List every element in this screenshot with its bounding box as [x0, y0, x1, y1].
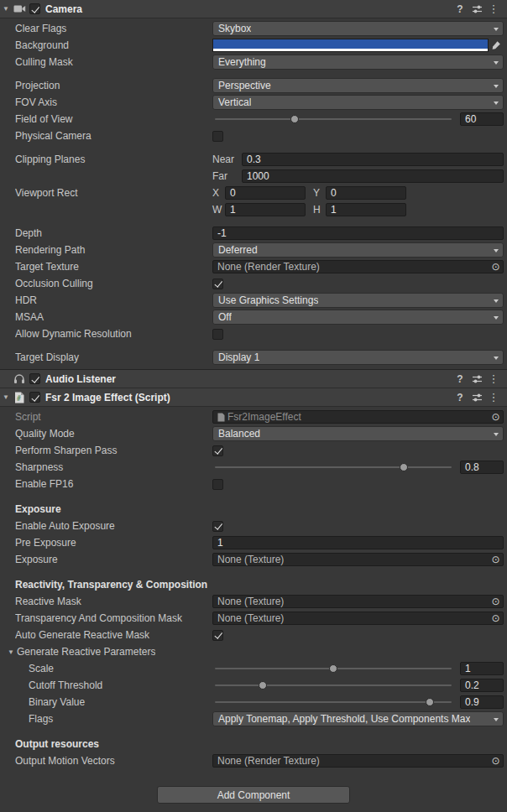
help-icon[interactable]: ? — [452, 1, 468, 18]
audio-listener-title: Audio Listener — [45, 373, 452, 385]
msaa-dropdown[interactable]: Off — [212, 310, 504, 325]
object-picker-icon[interactable]: ⊙ — [489, 261, 502, 273]
culling-mask-label: Culling Mask — [15, 56, 212, 68]
field-of-view-input[interactable]: 60 — [460, 112, 504, 126]
object-picker-icon[interactable]: ⊙ — [489, 596, 502, 607]
physical-camera-checkbox[interactable] — [212, 131, 223, 142]
add-component-button[interactable]: Add Component — [157, 786, 350, 804]
fov-axis-dropdown[interactable]: Vertical — [212, 95, 504, 110]
scale-row: Scale 1 — [0, 660, 507, 677]
background-color-field[interactable] — [212, 39, 489, 52]
object-picker-icon[interactable]: ⊙ — [489, 612, 502, 624]
audio-listener-header[interactable]: Audio Listener ? ⋮ — [0, 370, 507, 388]
slider-track[interactable] — [215, 118, 452, 120]
allow-dynamic-resolution-checkbox[interactable] — [212, 329, 223, 340]
viewport-x-input[interactable]: 0 — [225, 186, 306, 200]
perform-sharpen-pass-label: Perform Sharpen Pass — [15, 445, 212, 456]
allow-dynamic-resolution-label: Allow Dynamic Resolution — [15, 328, 212, 340]
reactive-mask-label: Reactive Mask — [15, 596, 212, 607]
slider-thumb[interactable] — [400, 463, 408, 471]
hdr-label: HDR — [15, 294, 212, 306]
far-input[interactable]: 1000 — [242, 169, 504, 183]
output-motion-vectors-row: Output Motion Vectors None (Render Textu… — [0, 752, 507, 769]
projection-dropdown[interactable]: Perspective — [212, 78, 504, 93]
auto-generate-reactive-mask-row: Auto Generate Reactive Mask — [0, 627, 507, 643]
presets-icon[interactable] — [468, 389, 485, 406]
near-input[interactable]: 0.3 — [242, 153, 504, 166]
help-icon[interactable]: ? — [452, 389, 468, 406]
occlusion-culling-checkbox[interactable] — [212, 278, 223, 289]
generate-reactive-parameters-row[interactable]: ▼ Generate Reactive Parameters — [0, 643, 507, 660]
rendering-path-dropdown[interactable]: Deferred — [212, 242, 504, 258]
viewport-y-input[interactable]: 0 — [326, 186, 406, 200]
camera-foldout-icon[interactable]: ▼ — [0, 5, 12, 13]
sharpness-label: Sharpness — [15, 461, 212, 473]
help-icon[interactable]: ? — [452, 371, 468, 388]
binary-value-input[interactable]: 0.9 — [460, 695, 504, 709]
kebab-menu-icon[interactable]: ⋮ — [485, 389, 502, 406]
pre-exposure-input[interactable]: 1 — [212, 536, 504, 549]
slider-track[interactable] — [215, 684, 452, 686]
sharpness-slider[interactable] — [212, 460, 454, 475]
slider-thumb[interactable] — [290, 115, 299, 123]
w-label: W — [212, 204, 221, 216]
depth-input[interactable]: -1 — [212, 226, 504, 240]
target-display-dropdown[interactable]: Display 1 — [212, 350, 504, 365]
viewport-w-input[interactable]: 1 — [225, 203, 306, 216]
transparency-mask-object-field[interactable]: None (Texture) ⊙ — [212, 612, 504, 625]
output-motion-vectors-object-field[interactable]: None (Render Texture) ⊙ — [212, 754, 504, 768]
fov-axis-row: FOV Axis Vertical — [0, 94, 507, 111]
scale-slider[interactable] — [212, 661, 454, 676]
add-component-area: Add Component — [0, 786, 507, 804]
exposure-object-field[interactable]: None (Texture) ⊙ — [212, 553, 504, 566]
target-texture-value: None (Render Texture) — [217, 261, 320, 273]
presets-icon[interactable] — [468, 1, 485, 18]
hdr-dropdown[interactable]: Use Graphics Settings — [212, 293, 504, 308]
flags-dropdown[interactable]: Apply Tonemap, Apply Threshold, Use Comp… — [212, 711, 504, 726]
viewport-rect-label: Viewport Rect — [15, 187, 212, 199]
object-picker-icon[interactable]: ⊙ — [489, 411, 502, 423]
unity-inspector: ▼ Camera ? ⋮ Clear Flags Skybox Backgrou… — [0, 0, 507, 812]
slider-thumb[interactable] — [329, 664, 337, 673]
fsr2-foldout-icon[interactable]: ▼ — [0, 393, 12, 401]
eyedropper-icon[interactable] — [489, 39, 504, 52]
scale-input[interactable]: 1 — [460, 662, 504, 675]
cutoff-threshold-slider[interactable] — [212, 678, 454, 693]
foldout-open-icon[interactable]: ▼ — [5, 648, 17, 656]
perform-sharpen-pass-checkbox[interactable] — [212, 445, 223, 456]
auto-generate-reactive-mask-checkbox[interactable] — [212, 630, 223, 641]
viewport-h-input[interactable]: 1 — [326, 203, 406, 216]
object-picker-icon[interactable]: ⊙ — [489, 755, 502, 767]
culling-mask-dropdown[interactable]: Everything — [212, 55, 504, 70]
enable-auto-exposure-row: Enable Auto Exposure — [0, 518, 507, 534]
transparency-mask-label: Transparency And Composition Mask — [15, 612, 212, 624]
cutoff-threshold-input[interactable]: 0.2 — [460, 679, 504, 692]
reactive-mask-object-field[interactable]: None (Texture) ⊙ — [212, 595, 504, 608]
sharpness-input[interactable]: 0.8 — [460, 461, 504, 474]
physical-camera-row: Physical Camera — [0, 128, 507, 144]
slider-thumb[interactable] — [259, 681, 267, 690]
reactive-mask-row: Reactive Mask None (Texture) ⊙ — [0, 593, 507, 610]
field-of-view-slider[interactable] — [212, 112, 454, 127]
slider-thumb[interactable] — [426, 698, 434, 706]
presets-icon[interactable] — [468, 371, 485, 388]
enable-auto-exposure-checkbox[interactable] — [212, 521, 223, 532]
clear-flags-dropdown[interactable]: Skybox — [212, 21, 504, 36]
target-texture-object-field[interactable]: None (Render Texture) ⊙ — [212, 260, 504, 273]
kebab-menu-icon[interactable]: ⋮ — [485, 1, 502, 18]
enable-fp16-checkbox[interactable] — [212, 479, 223, 490]
slider-track[interactable] — [215, 701, 452, 703]
binary-value-slider[interactable] — [212, 695, 454, 710]
transparency-mask-row: Transparency And Composition Mask None (… — [0, 610, 507, 627]
object-picker-icon[interactable]: ⊙ — [489, 554, 502, 565]
script-file-icon — [217, 413, 225, 422]
slider-track[interactable] — [215, 466, 452, 468]
kebab-menu-icon[interactable]: ⋮ — [485, 371, 502, 388]
quality-mode-dropdown[interactable]: Balanced — [212, 426, 504, 441]
fsr2-component-header[interactable]: ▼ # Fsr 2 Image Effect (Script) ? ⋮ — [0, 388, 507, 407]
reactivity-section-row: Reactivity, Transparency & Composition — [0, 576, 507, 593]
audio-listener-enabled-checkbox[interactable] — [29, 373, 40, 384]
camera-component-header[interactable]: ▼ Camera ? ⋮ — [0, 0, 507, 18]
camera-enabled-checkbox[interactable] — [29, 3, 40, 14]
fsr2-enabled-checkbox[interactable] — [29, 392, 40, 403]
